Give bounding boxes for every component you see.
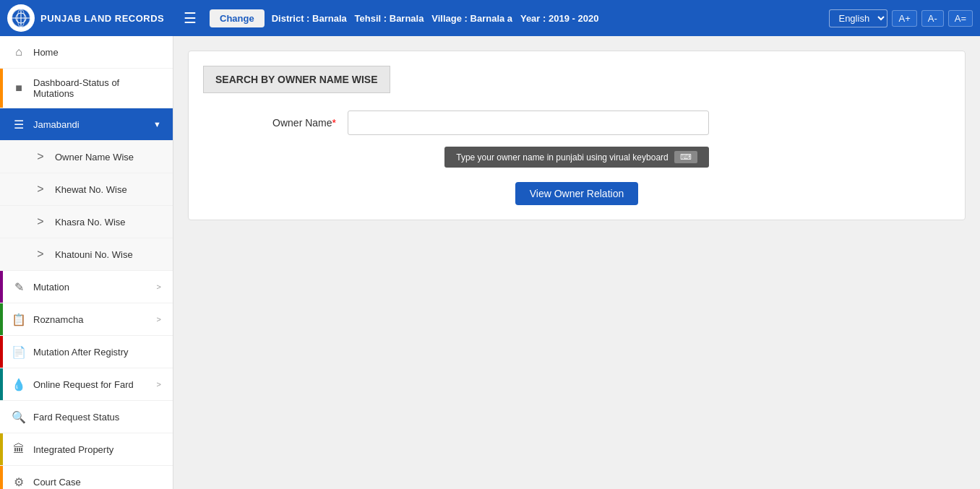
mutation-arrow: > xyxy=(157,282,161,291)
court-case-icon: ⚙ xyxy=(12,475,26,489)
sidebar-item-roznamcha[interactable]: 📋 Roznamcha > xyxy=(0,303,173,336)
sidebar-item-jamabandi[interactable]: ☰ Jamabandi ▼ xyxy=(0,108,173,141)
sidebar-item-mutation[interactable]: ✎ Mutation > xyxy=(0,271,173,303)
section-title: SEARCH BY OWNER NAME WISE xyxy=(203,66,390,93)
content-box: SEARCH BY OWNER NAME WISE Owner Name* Ty… xyxy=(188,51,966,220)
sidebar-label-jamabandi: Jamabandi xyxy=(33,119,146,130)
sidebar-item-court-case[interactable]: ⚙ Court Case xyxy=(0,466,173,489)
sidebar-label-khewat-no-wise: Khewat No. Wise xyxy=(55,184,161,195)
roznamcha-icon: 📋 xyxy=(12,312,26,326)
layout: ⌂ Home ■ Dashboard-Status of Mutations ☰… xyxy=(0,36,980,489)
sidebar-item-owner-name-wise[interactable]: > Owner Name Wise xyxy=(0,141,173,173)
keyboard-hint-box: Type your owner name in punjabi using vi… xyxy=(444,147,709,168)
jamabandi-icon: ☰ xyxy=(12,117,26,131)
sidebar-item-khatouni-no-wise[interactable]: > Khatouni No. Wise xyxy=(0,238,173,271)
view-owner-relation-button[interactable]: View Owner Relation xyxy=(515,182,638,205)
sidebar-label-khasra-no-wise: Khasra No. Wise xyxy=(55,217,161,228)
sidebar-item-home[interactable]: ⌂ Home xyxy=(0,36,173,69)
language-select[interactable]: English ਪੰਜਾਬੀ xyxy=(829,9,887,27)
khasra-icon: > xyxy=(33,215,48,229)
integrated-property-icon: 🏛 xyxy=(12,442,26,456)
font-increase-button[interactable]: A+ xyxy=(892,10,916,27)
sidebar-item-khasra-no-wise[interactable]: > Khasra No. Wise xyxy=(0,206,173,238)
brand-name: PUNJAB LAND RECORDS xyxy=(40,13,164,24)
home-icon: ⌂ xyxy=(12,45,26,59)
hamburger-menu[interactable]: ☰ xyxy=(181,7,199,30)
keyboard-icon: ⌨ xyxy=(674,151,697,163)
sidebar-label-home: Home xyxy=(33,47,161,58)
sidebar-label-owner-name-wise: Owner Name Wise xyxy=(55,152,161,163)
mutation-icon: ✎ xyxy=(12,280,26,294)
sidebar-item-fard-request-status[interactable]: 🔍 Fard Request Status xyxy=(0,401,173,433)
sidebar-label-integrated-property: Integrated Property xyxy=(33,444,161,455)
keyboard-hint-text: Type your owner name in punjabi using vi… xyxy=(456,152,669,163)
sidebar-item-dashboard[interactable]: ■ Dashboard-Status of Mutations xyxy=(0,69,173,108)
sidebar-label-mutation: Mutation xyxy=(33,282,150,293)
font-default-button[interactable]: A- xyxy=(921,10,944,27)
sidebar-label-mutation-after-registry: Mutation After Registry xyxy=(33,347,161,358)
header-center: Change District : Barnala Tehsil : Barna… xyxy=(210,9,822,27)
owner-name-label: Owner Name* xyxy=(203,117,348,129)
sidebar-label-khatouni-no-wise: Khatouni No. Wise xyxy=(55,249,161,260)
online-request-icon: 💧 xyxy=(12,377,26,391)
khewat-icon: > xyxy=(33,182,48,196)
required-marker: * xyxy=(332,117,336,129)
sidebar-item-khewat-no-wise[interactable]: > Khewat No. Wise xyxy=(0,173,173,206)
sidebar-item-mutation-after-registry[interactable]: 📄 Mutation After Registry xyxy=(0,336,173,368)
logo-area: PUNJAB LAND RECORDS xyxy=(7,4,173,32)
owner-name-row: Owner Name* xyxy=(203,111,950,135)
font-decrease-button[interactable]: A= xyxy=(948,10,973,27)
sidebar-item-online-request-fard[interactable]: 💧 Online Request for Fard > xyxy=(0,368,173,401)
header: PUNJAB LAND RECORDS ☰ Change District : … xyxy=(0,0,980,36)
owner-name-icon: > xyxy=(33,150,48,164)
location-info: District : Barnala Tehsil : Barnala Vill… xyxy=(272,13,599,24)
header-right: English ਪੰਜਾਬੀ A+ A- A= xyxy=(829,9,973,27)
sidebar-label-fard-request-status: Fard Request Status xyxy=(33,412,161,423)
sidebar-label-court-case: Court Case xyxy=(33,477,161,488)
logo-icon xyxy=(7,4,35,32)
khatouni-icon: > xyxy=(33,247,48,261)
sidebar: ⌂ Home ■ Dashboard-Status of Mutations ☰… xyxy=(0,36,173,489)
sidebar-item-integrated-property[interactable]: 🏛 Integrated Property xyxy=(0,433,173,466)
main-content: SEARCH BY OWNER NAME WISE Owner Name* Ty… xyxy=(173,36,980,489)
online-request-arrow: > xyxy=(157,380,161,389)
fard-request-icon: 🔍 xyxy=(12,410,26,424)
roznamcha-arrow: > xyxy=(157,315,161,324)
jamabandi-arrow: ▼ xyxy=(153,120,161,129)
mutation-after-registry-icon: 📄 xyxy=(12,345,26,359)
dashboard-icon: ■ xyxy=(12,81,26,95)
sidebar-label-online-request-fard: Online Request for Fard xyxy=(33,379,150,390)
owner-name-input[interactable] xyxy=(348,111,709,135)
sidebar-label-roznamcha: Roznamcha xyxy=(33,314,150,325)
change-button[interactable]: Change xyxy=(210,9,265,27)
sidebar-label-dashboard: Dashboard-Status of Mutations xyxy=(33,77,161,99)
keyboard-hint-row: Type your owner name in punjabi using vi… xyxy=(203,147,950,168)
